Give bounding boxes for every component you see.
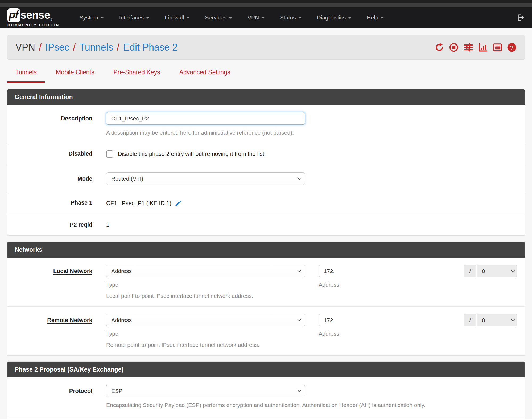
disabled-checkbox[interactable] — [106, 150, 113, 158]
svg-text:?: ? — [510, 44, 514, 51]
tab-bar: Tunnels Mobile Clients Pre-Shared Keys A… — [7, 68, 525, 83]
remote-network-prefix-separator: / — [464, 314, 476, 326]
nav-menu: System Interfaces Firewall Services VPN … — [72, 7, 392, 28]
nav-item-diagnostics[interactable]: Diagnostics — [309, 7, 359, 28]
chevron-down-icon — [146, 17, 149, 19]
disabled-label: Disabled — [15, 150, 92, 157]
local-network-address-caption: Address — [319, 282, 518, 288]
breadcrumb-edit-phase2: Edit Phase 2 — [123, 42, 178, 53]
sliders-icon[interactable] — [463, 43, 473, 52]
chevron-down-icon — [186, 17, 189, 19]
phase2-proposal-panel: Phase 2 Proposal (SA/Key Exchange) Proto… — [7, 361, 525, 419]
mode-select[interactable]: Routed (VTI) — [106, 172, 305, 185]
description-input[interactable] — [106, 112, 305, 125]
nav-item-firewall[interactable]: Firewall — [157, 7, 197, 28]
p2reqid-value: 1 — [106, 222, 109, 228]
nav-item-vpn[interactable]: VPN — [240, 7, 272, 28]
section-title-networks: Networks — [7, 242, 525, 258]
remote-network-address-input[interactable] — [319, 314, 465, 326]
chevron-down-icon — [297, 268, 301, 272]
remote-network-row: Remote Network Address Type / 0 — [7, 307, 525, 355]
refresh-icon[interactable] — [435, 43, 444, 52]
nav-item-interfaces[interactable]: Interfaces — [112, 7, 157, 28]
stop-icon[interactable] — [449, 43, 459, 52]
tab-tunnels[interactable]: Tunnels — [7, 68, 45, 83]
local-network-prefix-separator: / — [464, 265, 476, 277]
section-title-phase2-proposal: Phase 2 Proposal (SA/Key Exchange) — [7, 362, 525, 377]
chevron-down-icon — [297, 176, 301, 180]
edit-pencil-icon[interactable] — [175, 200, 182, 207]
main-navbar: pf sense ® COMMUNITY EDITION System Inte… — [0, 7, 532, 28]
breadcrumb-bar: VPN / IPsec / Tunnels / Edit Phase 2 ? — [7, 35, 525, 60]
chevron-down-icon — [511, 269, 515, 272]
local-network-prefix-select[interactable]: 0 — [477, 265, 517, 277]
logo-tagline: COMMUNITY EDITION — [7, 23, 60, 27]
protocol-row: Protocol ESP Encapsulating Security Payl… — [7, 377, 525, 416]
description-label: Description — [15, 112, 92, 122]
logo-registered-mark: ® — [50, 18, 52, 21]
chevron-down-icon — [381, 17, 384, 19]
disabled-checkbox-label: Disable this phase 2 entry without remov… — [118, 151, 266, 157]
breadcrumb-ipsec-link[interactable]: IPsec — [45, 42, 69, 53]
encryption-aes-row: Encryption Algorithms AES 256 bits — [7, 416, 525, 419]
remote-network-type-caption: Type — [106, 331, 305, 337]
p2reqid-label: P2 reqid — [15, 222, 92, 228]
general-information-panel: General Information Description A descri… — [7, 89, 525, 236]
log-icon[interactable] — [493, 43, 502, 52]
phase1-value: CF1_IPsec_P1 (IKE ID 1) — [106, 200, 171, 207]
breadcrumb: VPN / IPsec / Tunnels / Edit Phase 2 — [15, 42, 178, 53]
networks-panel: Networks Local Network Address Type / 0 — [7, 242, 525, 356]
protocol-label: Protocol — [15, 385, 92, 394]
chevron-down-icon — [261, 17, 265, 19]
top-strip-light — [0, 3, 532, 7]
local-network-type-caption: Type — [106, 282, 305, 288]
mode-label: Mode — [15, 172, 92, 182]
chevron-down-icon — [297, 388, 301, 392]
help-icon[interactable]: ? — [507, 43, 517, 52]
sign-out-icon[interactable] — [517, 14, 525, 22]
bar-chart-icon[interactable] — [478, 43, 488, 52]
chevron-down-icon — [348, 17, 351, 19]
local-network-address-input[interactable] — [319, 265, 465, 277]
chevron-down-icon — [298, 17, 302, 19]
nav-item-system[interactable]: System — [72, 7, 112, 28]
nav-item-status[interactable]: Status — [272, 7, 309, 28]
phase1-row: Phase 1 CF1_IPsec_P1 (IKE ID 1) — [7, 192, 525, 214]
nav-item-services[interactable]: Services — [197, 7, 240, 28]
remote-network-help: Remote point-to-point IPsec interface tu… — [106, 342, 517, 348]
logo-pf: pf — [7, 8, 20, 22]
tab-mobile-clients[interactable]: Mobile Clients — [48, 68, 102, 83]
protocol-select[interactable]: ESP — [106, 385, 305, 397]
tab-advanced-settings[interactable]: Advanced Settings — [171, 68, 238, 83]
section-title-general-information: General Information — [7, 89, 525, 105]
local-network-label: Local Network — [15, 265, 92, 275]
logo-sense: sense — [20, 9, 50, 21]
chevron-down-icon — [101, 17, 104, 19]
local-network-type-select[interactable]: Address — [106, 265, 305, 277]
p2reqid-row: P2 reqid 1 — [7, 214, 525, 235]
local-network-row: Local Network Address Type / 0 — [7, 258, 525, 307]
phase1-label: Phase 1 — [15, 200, 92, 206]
tab-pre-shared-keys[interactable]: Pre-Shared Keys — [105, 68, 168, 83]
chevron-down-icon — [297, 317, 301, 322]
local-network-help: Local point-to-point IPsec interface tun… — [106, 293, 517, 299]
remote-network-prefix-select[interactable]: 0 — [477, 314, 517, 326]
breadcrumb-tunnels-link[interactable]: Tunnels — [79, 42, 113, 53]
description-help: A description may be entered here for ad… — [106, 129, 517, 136]
nav-item-help[interactable]: Help — [359, 7, 391, 28]
pfsense-logo[interactable]: pf sense ® COMMUNITY EDITION — [7, 8, 60, 27]
protocol-help: Encapsulating Security Payload (ESP) per… — [106, 402, 517, 408]
remote-network-address-caption: Address — [319, 331, 518, 337]
description-row: Description A description may be entered… — [7, 105, 525, 143]
top-strip — [0, 0, 532, 3]
mode-row: Mode Routed (VTI) — [7, 165, 525, 192]
chevron-down-icon — [229, 17, 232, 19]
remote-network-label: Remote Network — [15, 314, 92, 324]
disabled-row: Disabled Disable this phase 2 entry with… — [7, 143, 525, 165]
breadcrumb-vpn: VPN — [15, 42, 35, 53]
remote-network-type-select[interactable]: Address — [106, 314, 305, 326]
chevron-down-icon — [511, 318, 515, 321]
